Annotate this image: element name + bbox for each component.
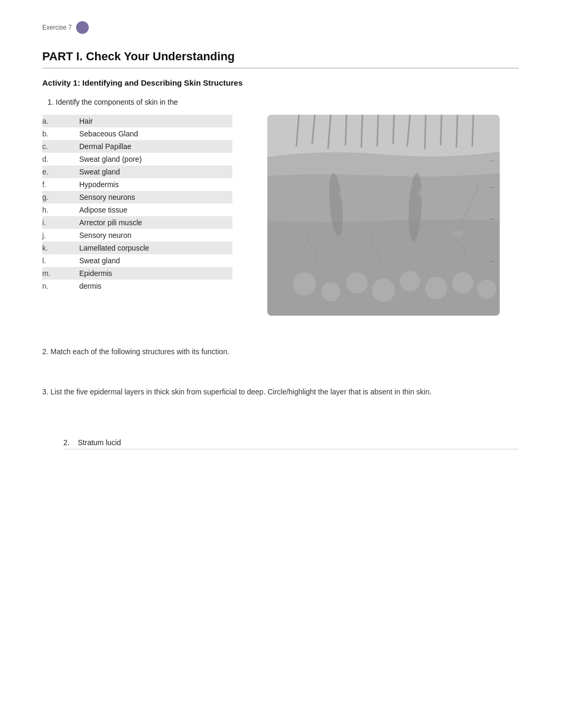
content-area: a.Hairb.Sebaceous Glandc.Dermal Papillae… bbox=[42, 115, 519, 316]
exercise-header: Exercise 7 bbox=[42, 21, 519, 34]
svg-line-4 bbox=[345, 115, 347, 145]
list-item-letter: b. bbox=[42, 130, 58, 138]
svg-point-24 bbox=[477, 280, 496, 299]
list-item-letter: f. bbox=[42, 180, 58, 189]
svg-point-21 bbox=[400, 271, 420, 291]
skin-diagram-area: — — — — bbox=[248, 115, 519, 316]
list-item-value: Sweat gland (pore) bbox=[58, 155, 142, 163]
question-2-text: 2. Match each of the following structure… bbox=[42, 347, 519, 356]
svg-point-23 bbox=[452, 272, 473, 293]
list-item-letter: e. bbox=[42, 168, 58, 176]
list-item-value: Sweat gland bbox=[58, 256, 120, 265]
list-item-value: Epidermis bbox=[58, 269, 112, 278]
svg-point-15 bbox=[339, 188, 360, 200]
list-item-value: Hair bbox=[58, 117, 93, 125]
list-item: n.dermis bbox=[42, 280, 232, 292]
list-item-letter: h. bbox=[42, 206, 58, 214]
skin-diagram-image: — — — — bbox=[267, 115, 500, 316]
list-item-letter: c. bbox=[42, 142, 58, 151]
list-item: j.Sensory neuron bbox=[42, 229, 232, 242]
question-2-block: 2. Match each of the following structure… bbox=[42, 347, 519, 356]
list-item-value: Dermal Papillae bbox=[58, 142, 132, 151]
svg-point-25 bbox=[452, 230, 463, 237]
skin-components-list: a.Hairb.Sebaceous Glandc.Dermal Papillae… bbox=[42, 115, 232, 292]
list-item-value: Arrector pili muscle bbox=[58, 218, 142, 227]
svg-point-19 bbox=[347, 272, 368, 293]
svg-point-16 bbox=[418, 187, 439, 199]
stratum-value: Stratum lucid bbox=[78, 438, 121, 447]
svg-text:—: — bbox=[489, 259, 494, 264]
activity-title: Activity 1: Identifying and Describing S… bbox=[42, 78, 519, 87]
svg-text:—: — bbox=[489, 216, 494, 222]
svg-line-7 bbox=[393, 115, 394, 144]
list-item: m.Epidermis bbox=[42, 267, 232, 280]
list-item: i.Arrector pili muscle bbox=[42, 216, 232, 229]
question-3-block: 3. List the five epidermal layers in thi… bbox=[42, 388, 519, 396]
list-item-value: Sensory neuron bbox=[58, 231, 132, 239]
list-item-letter: a. bbox=[42, 117, 58, 125]
svg-point-18 bbox=[321, 282, 340, 301]
svg-line-12 bbox=[472, 115, 473, 146]
part-title: PART I. Check Your Understanding bbox=[42, 50, 519, 69]
list-item-letter: d. bbox=[42, 155, 58, 163]
svg-line-9 bbox=[425, 115, 426, 149]
stratum-item: 2. Stratum lucid bbox=[63, 438, 519, 449]
list-item-value: dermis bbox=[58, 282, 101, 290]
exercise-label: Exercise 7 bbox=[42, 24, 72, 31]
list-item: e.Sweat gland bbox=[42, 165, 232, 178]
list-item-letter: j. bbox=[42, 231, 58, 239]
list-item-letter: n. bbox=[42, 282, 58, 290]
svg-point-22 bbox=[425, 277, 447, 299]
svg-line-11 bbox=[456, 115, 457, 148]
list-item: f.Hypodermis bbox=[42, 178, 232, 191]
list-item: g.Sensory neurons bbox=[42, 191, 232, 204]
list-item-letter: m. bbox=[42, 269, 58, 278]
list-item-value: Adipose tissue bbox=[58, 206, 127, 214]
list-item-letter: i. bbox=[42, 218, 58, 227]
list-item: c.Dermal Papillae bbox=[42, 140, 232, 153]
stratum-number: 2. bbox=[63, 438, 70, 447]
question-1-text: 1. Identify the components of skin in th… bbox=[48, 98, 519, 106]
list-item: h.Adipose tissue bbox=[42, 204, 232, 216]
list-item-value: Sensory neurons bbox=[58, 193, 135, 201]
list-item-value: Sweat gland bbox=[58, 168, 120, 176]
svg-text:—: — bbox=[489, 158, 494, 163]
list-item: l.Sweat gland bbox=[42, 254, 232, 267]
list-item: a.Hair bbox=[42, 115, 232, 127]
list-item-value: Sebaceous Gland bbox=[58, 130, 138, 138]
list-item-letter: l. bbox=[42, 256, 58, 265]
list-item-letter: k. bbox=[42, 244, 58, 252]
question-3-text: 3. List the five epidermal layers in thi… bbox=[42, 388, 519, 396]
list-item-value: Lamellated corpuscle bbox=[58, 244, 149, 252]
list-item: d.Sweat gland (pore) bbox=[42, 153, 232, 165]
svg-point-17 bbox=[293, 272, 316, 296]
svg-point-20 bbox=[372, 279, 395, 302]
svg-line-6 bbox=[377, 115, 378, 146]
list-item: b.Sebaceous Gland bbox=[42, 127, 232, 140]
exercise-icon bbox=[76, 21, 89, 34]
svg-text:—: — bbox=[489, 185, 494, 190]
svg-line-10 bbox=[441, 115, 442, 145]
svg-line-5 bbox=[361, 115, 362, 148]
list-item: k.Lamellated corpuscle bbox=[42, 242, 232, 254]
list-item-value: Hypodermis bbox=[58, 180, 119, 189]
stratum-box: 2. Stratum lucid bbox=[63, 438, 519, 449]
list-item-letter: g. bbox=[42, 193, 58, 201]
